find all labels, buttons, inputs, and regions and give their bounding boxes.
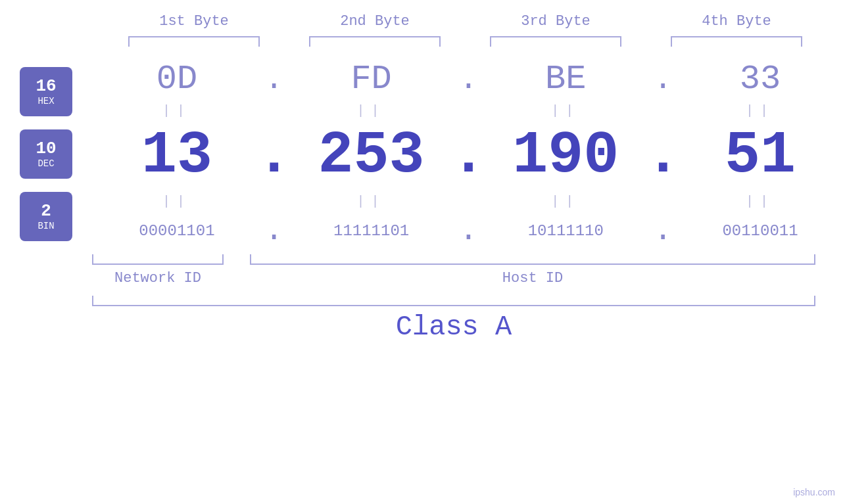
bin-byte3: 10111110	[493, 222, 638, 240]
hex-byte4: 33	[688, 60, 833, 99]
host-id-bracket	[250, 254, 815, 265]
dec-byte1: 13	[105, 122, 249, 189]
network-id-bracket	[92, 254, 224, 265]
bin-byte4: 00110011	[688, 222, 833, 240]
hex-badge-label: HEX	[37, 96, 54, 106]
bin-byte2: 11111101	[299, 222, 444, 240]
byte2-header: 2nd Byte	[302, 13, 447, 30]
sep1-cell1: ||	[105, 103, 249, 118]
class-label-row: Class A	[92, 311, 815, 343]
bin-dot2: .	[455, 213, 481, 248]
hex-byte1: 0D	[105, 60, 249, 99]
label-dot-spacer	[224, 270, 250, 286]
sep1-cell2: ||	[299, 103, 444, 118]
content-area: 16 HEX 10 DEC 2 BIN 0D . FD	[0, 60, 845, 248]
sep2-cell3: ||	[493, 194, 638, 209]
hex-dot1: .	[261, 62, 287, 97]
dec-dot2: .	[455, 122, 481, 189]
dec-byte4: 51	[688, 122, 833, 189]
sep2-cell4: ||	[688, 194, 833, 209]
sep2-cell2: ||	[299, 194, 444, 209]
top-bracket-1	[128, 36, 260, 47]
top-brackets-row	[104, 36, 827, 47]
bottom-section: Network ID Host ID Class A	[0, 252, 845, 343]
network-id-label: Network ID	[92, 270, 224, 286]
bin-byte1: 00001101	[105, 222, 249, 240]
byte3-header: 3rd Byte	[483, 13, 628, 30]
top-bracket-4	[671, 36, 802, 47]
class-bracket-row	[92, 296, 815, 306]
top-bracket-2	[309, 36, 441, 47]
watermark: ipshu.com	[793, 487, 835, 497]
bin-badge-number: 2	[41, 202, 51, 221]
dec-row: 13 . 253 . 190 . 51	[99, 122, 838, 189]
sep-row-1: || || || ||	[99, 99, 838, 122]
dec-byte2: 253	[299, 122, 444, 189]
bin-dot1: .	[261, 213, 287, 248]
dec-badge-label: DEC	[37, 158, 54, 169]
id-labels-row: Network ID Host ID	[92, 270, 815, 286]
hex-row: 0D . FD . BE . 33	[99, 60, 838, 99]
hex-dot2: .	[455, 62, 481, 97]
bin-row: 00001101 . 11111101 . 10111110 . 0011001…	[99, 213, 838, 248]
dec-badge: 10 DEC	[20, 129, 72, 179]
hex-dot3: .	[650, 62, 676, 97]
byte1-header: 1st Byte	[122, 13, 266, 30]
hex-badge-number: 16	[36, 77, 56, 96]
hex-byte3: BE	[493, 60, 638, 99]
bin-badge: 2 BIN	[20, 192, 72, 241]
host-id-label: Host ID	[250, 270, 815, 286]
dec-badge-number: 10	[36, 139, 56, 158]
dec-dot1: .	[261, 122, 287, 189]
class-bracket	[92, 296, 815, 306]
dec-dot3: .	[650, 122, 676, 189]
main-container: 1st Byte 2nd Byte 3rd Byte 4th Byte 16 H…	[0, 0, 845, 504]
badges-column: 16 HEX 10 DEC 2 BIN	[0, 60, 92, 248]
byte-headers-row: 1st Byte 2nd Byte 3rd Byte 4th Byte	[104, 13, 827, 30]
bin-dot3: .	[650, 213, 676, 248]
top-bracket-3	[490, 36, 621, 47]
bin-badge-label: BIN	[37, 221, 54, 231]
byte4-header: 4th Byte	[664, 13, 809, 30]
sep2-cell1: ||	[105, 194, 249, 209]
sep1-cell3: ||	[493, 103, 638, 118]
rows-area: 0D . FD . BE . 33 || ||	[92, 60, 845, 248]
bottom-brackets	[92, 252, 815, 265]
hex-badge: 16 HEX	[20, 67, 72, 116]
sep-row-2: || || || ||	[99, 189, 838, 213]
hex-byte2: FD	[299, 60, 444, 99]
sep1-cell4: ||	[688, 103, 833, 118]
class-label: Class A	[396, 311, 512, 343]
dec-byte3: 190	[493, 122, 638, 189]
